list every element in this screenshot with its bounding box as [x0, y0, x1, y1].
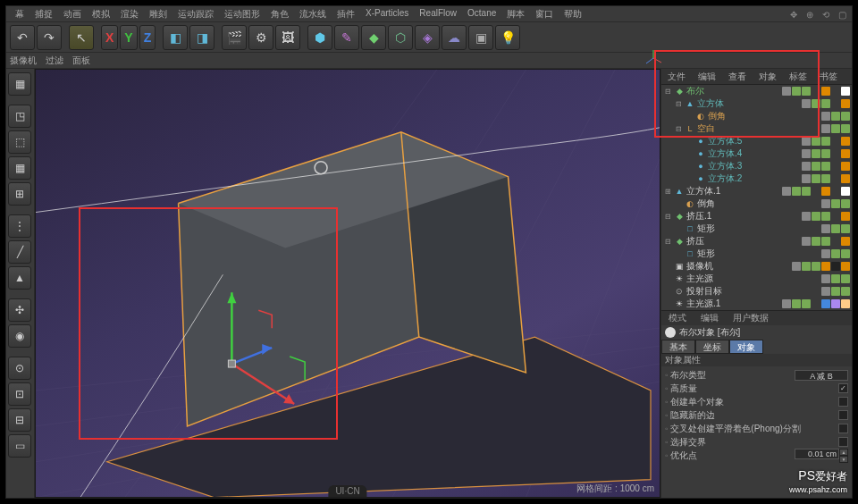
tag-icon[interactable]	[802, 149, 811, 158]
viewport-menu-面板[interactable]: 面板	[72, 55, 90, 67]
tag-icon[interactable]	[802, 299, 811, 308]
select-tool[interactable]: ↖	[69, 25, 94, 50]
tag-icon[interactable]	[821, 237, 830, 246]
attr-subtab-对象[interactable]: 对象	[729, 340, 763, 354]
tag-icon[interactable]	[792, 299, 801, 308]
tag-icon[interactable]	[782, 299, 791, 308]
tag-icon[interactable]	[831, 124, 840, 133]
tree-item[interactable]: ●立方体.3	[661, 160, 852, 172]
tree-item[interactable]: ◐倒角	[661, 110, 852, 122]
tag-icon[interactable]	[831, 224, 840, 233]
tag-icon[interactable]	[831, 274, 840, 283]
tag-area[interactable]	[821, 199, 850, 208]
obj-tab-编辑[interactable]: 编辑	[692, 69, 722, 84]
object-tree[interactable]: ⊟◆布尔⊟▲立方体◐倒角⊟L空白●立方体.5●立方体.4●立方体.3●立方体.2…	[661, 85, 852, 310]
attribute-manager-tabs[interactable]: 模式编辑用户数据	[661, 311, 852, 325]
workplane-mode[interactable]: ⊞	[8, 182, 31, 206]
tag-icon[interactable]	[812, 87, 820, 96]
tag-area[interactable]	[802, 99, 850, 108]
tag-icon[interactable]	[812, 237, 820, 246]
locked-workplane[interactable]: ⊟	[8, 408, 31, 432]
tree-item[interactable]: ⊟▲立方体	[661, 97, 852, 110]
tag-icon[interactable]	[782, 87, 791, 96]
tree-item[interactable]: ⊟◆挤压.1	[661, 210, 852, 223]
object-label[interactable]: 投射目标	[686, 285, 821, 298]
tag-icon[interactable]	[821, 87, 830, 96]
tag-icon[interactable]	[831, 187, 840, 196]
nav-pan-icon[interactable]: ✥	[787, 8, 800, 21]
tag-icon[interactable]	[821, 149, 830, 158]
menu-流水线[interactable]: 流水线	[294, 6, 332, 21]
tree-item[interactable]: ⊞▲立方体.1	[661, 185, 852, 197]
object-label[interactable]: 倒角	[708, 110, 821, 122]
undo-button[interactable]: ↶	[10, 25, 35, 50]
subdivision[interactable]: ◆	[361, 25, 386, 50]
tag-icon[interactable]	[821, 137, 830, 146]
tag-icon[interactable]	[821, 187, 830, 196]
cube-primitive[interactable]: ◧	[163, 25, 188, 50]
tag-icon[interactable]	[821, 124, 830, 133]
tree-item[interactable]: □矩形	[661, 223, 852, 235]
spline-pen[interactable]: ✎	[334, 25, 359, 50]
enable-axis[interactable]: ✣	[8, 298, 31, 322]
add-cube[interactable]: ⬢	[307, 25, 332, 50]
workplane-snap[interactable]: ⊡	[8, 382, 31, 406]
tag-icon[interactable]	[802, 162, 811, 171]
menu-捕捉[interactable]: 捕捉	[29, 6, 58, 21]
tag-icon[interactable]	[802, 212, 811, 221]
tag-icon[interactable]	[841, 224, 850, 233]
environment[interactable]: ☁	[442, 25, 467, 50]
tree-item[interactable]: ◐倒角	[661, 197, 852, 210]
tag-icon[interactable]	[841, 212, 850, 221]
tag-icon[interactable]	[812, 262, 820, 271]
tag-icon[interactable]	[821, 162, 830, 171]
attr-checkbox[interactable]: ✓	[838, 383, 848, 393]
tag-area[interactable]	[821, 274, 850, 283]
perspective-viewport[interactable]: 网格间距 : 1000 cm UI·CN	[35, 69, 660, 498]
redo-button[interactable]: ↷	[37, 25, 62, 50]
expand-icon[interactable]: ⊟	[676, 125, 685, 133]
tree-item[interactable]: ●立方体.4	[661, 147, 852, 160]
obj-tab-查看[interactable]: 查看	[722, 69, 753, 84]
tag-icon[interactable]	[812, 149, 820, 158]
attr-spinner[interactable]: ▲▼	[795, 449, 848, 463]
tag-icon[interactable]	[802, 262, 811, 271]
tag-area[interactable]	[782, 299, 850, 308]
tag-icon[interactable]	[812, 212, 820, 221]
viewport-solo[interactable]: ◉	[8, 324, 31, 348]
menu-渲染[interactable]: 渲染	[115, 6, 144, 21]
object-label[interactable]: 立方体.3	[708, 160, 802, 172]
tag-icon[interactable]	[841, 112, 850, 121]
tag-area[interactable]	[802, 149, 850, 158]
picture-viewer[interactable]: 🖼	[275, 25, 300, 50]
tag-icon[interactable]	[802, 237, 811, 246]
planar-workplane[interactable]: ▭	[8, 434, 31, 458]
object-label[interactable]: 立方体.1	[686, 185, 782, 197]
tag-icon[interactable]	[821, 174, 830, 183]
tag-icon[interactable]	[841, 299, 850, 308]
tag-icon[interactable]	[841, 262, 850, 271]
tag-area[interactable]	[821, 287, 850, 296]
object-label[interactable]: 挤压.1	[686, 210, 802, 223]
object-manager-tabs[interactable]: 文件编辑查看对象标签书签	[661, 69, 852, 85]
obj-tab-书签[interactable]: 书签	[813, 69, 844, 84]
tag-icon[interactable]	[821, 99, 830, 108]
tag-icon[interactable]	[802, 99, 811, 108]
tag-icon[interactable]	[841, 199, 850, 208]
attr-dropdown[interactable]: A 减 B	[795, 370, 848, 381]
generator[interactable]: ⬡	[388, 25, 413, 50]
render-settings[interactable]: ⚙	[248, 25, 273, 50]
tag-icon[interactable]	[821, 274, 830, 283]
tag-area[interactable]	[802, 137, 850, 146]
menu-RealFlow[interactable]: RealFlow	[414, 6, 462, 21]
attr-subtab-基本[interactable]: 基本	[661, 340, 695, 354]
viewport-menu-摄像机[interactable]: 摄像机	[10, 55, 37, 67]
menu-Octane[interactable]: Octane	[462, 6, 501, 21]
expand-icon[interactable]: ⊞	[665, 188, 674, 196]
tree-item[interactable]: ☀主光源	[661, 273, 852, 285]
nav-zoom-icon[interactable]: ⊕	[803, 8, 816, 21]
tag-icon[interactable]	[841, 274, 850, 283]
tag-icon[interactable]	[802, 187, 811, 196]
tree-item[interactable]: ⊟◆布尔	[661, 85, 852, 97]
object-label[interactable]: 矩形	[697, 248, 821, 260]
